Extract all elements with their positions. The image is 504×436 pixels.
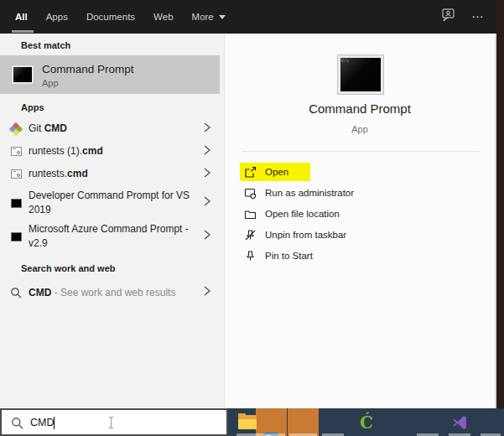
tab-apps[interactable]: Apps xyxy=(46,12,68,22)
result-developer-command-prompt[interactable]: Developer Command Prompt for VS 2019 xyxy=(0,186,225,220)
chevron-right-icon[interactable] xyxy=(203,285,211,300)
feedback-icon[interactable] xyxy=(441,8,456,26)
desktop-background-strip xyxy=(496,0,504,408)
command-prompt-icon xyxy=(11,199,22,208)
chevron-right-icon[interactable] xyxy=(203,144,211,159)
best-match-header: Best match xyxy=(21,40,70,50)
best-match-title: Command Prompt xyxy=(42,63,134,75)
text-caret xyxy=(54,417,55,429)
action-label: Open xyxy=(265,167,288,177)
preview-subtitle: App xyxy=(225,124,495,134)
ibeam-mouse-cursor xyxy=(107,416,115,433)
green-c-app-icon[interactable]: Ć xyxy=(357,413,376,432)
taskbar-search-input[interactable]: CMD xyxy=(0,408,228,436)
action-pin-to-start[interactable]: Pin to Start xyxy=(243,247,478,265)
action-label: Pin to Start xyxy=(265,251,313,261)
divider xyxy=(242,151,480,152)
search-web-section-header: Search work and web xyxy=(21,263,115,273)
result-runtests-cmd[interactable]: runtests.cmd xyxy=(0,163,225,185)
search-results-panel: Best match Command Prompt App Apps Git C… xyxy=(0,34,225,408)
open-window-icon xyxy=(243,165,257,179)
action-label: Unpin from taskbar xyxy=(265,230,346,240)
tab-all[interactable]: All xyxy=(15,12,28,22)
chevron-right-icon[interactable] xyxy=(203,122,211,137)
windows-search-flyout: All Apps Documents Web More … Best match xyxy=(0,0,504,436)
result-web-search-cmd[interactable]: CMD - See work and web results xyxy=(0,280,225,305)
tab-web[interactable]: Web xyxy=(153,12,173,22)
command-prompt-icon xyxy=(12,65,34,84)
git-icon xyxy=(10,123,22,135)
tab-more[interactable]: More xyxy=(192,12,226,22)
result-text: Microsoft Azure Command Prompt - v2.9 xyxy=(29,222,195,251)
result-text: Git xyxy=(29,122,44,134)
chevron-right-icon[interactable] xyxy=(203,229,211,244)
result-text: - See work and web results xyxy=(51,287,175,298)
search-input-value: CMD xyxy=(30,417,54,428)
result-runtests-1-cmd[interactable]: runtests (1).cmd xyxy=(0,140,225,163)
options-ellipsis-button[interactable]: … xyxy=(471,9,485,24)
action-label: Run as administrator xyxy=(265,188,354,198)
result-match-text: CMD xyxy=(44,122,67,134)
admin-shield-icon xyxy=(243,186,257,200)
result-match-text: cmd xyxy=(82,145,103,157)
best-match-subtitle: App xyxy=(42,78,59,88)
visual-studio-icon[interactable] xyxy=(450,413,469,432)
preview-panel: C:\ Command Prompt App Open Run as admin… xyxy=(225,34,496,408)
script-file-icon xyxy=(11,169,22,179)
active-tab-underline xyxy=(12,30,34,33)
action-open[interactable]: Open xyxy=(243,163,478,181)
tab-more-label: More xyxy=(192,12,214,22)
chevron-down-icon xyxy=(219,15,226,19)
pin-icon xyxy=(243,249,257,262)
action-label: Open file location xyxy=(265,209,340,219)
command-prompt-icon-large: C:\ xyxy=(338,55,383,94)
result-match-text: CMD xyxy=(29,287,51,298)
search-header: All Apps Documents Web More … xyxy=(0,0,496,34)
search-icon xyxy=(10,287,22,298)
action-unpin-from-taskbar[interactable]: Unpin from taskbar xyxy=(243,226,478,244)
result-azure-command-prompt[interactable]: Microsoft Azure Command Prompt - v2.9 xyxy=(0,220,225,253)
command-prompt-icon xyxy=(11,232,22,241)
action-open-file-location[interactable]: Open file location xyxy=(243,205,478,223)
search-filter-tabs: All Apps Documents Web More xyxy=(15,0,244,34)
result-match-text: cmd xyxy=(67,168,88,179)
tab-documents[interactable]: Documents xyxy=(86,12,135,22)
chevron-right-icon[interactable] xyxy=(203,195,211,210)
script-file-icon xyxy=(11,147,22,156)
unpin-icon xyxy=(243,228,257,241)
action-run-as-administrator[interactable]: Run as administrator xyxy=(243,184,478,202)
result-text: runtests (1). xyxy=(29,145,82,157)
search-icon xyxy=(11,417,23,433)
result-git-cmd[interactable]: Git CMD xyxy=(0,117,225,140)
best-match-result-command-prompt[interactable]: Command Prompt App xyxy=(0,55,220,94)
preview-title: Command Prompt xyxy=(225,101,495,116)
file-explorer-icon[interactable] xyxy=(238,413,257,432)
apps-section-header: Apps xyxy=(21,102,44,112)
folder-icon xyxy=(243,207,257,221)
chevron-right-icon[interactable] xyxy=(203,167,211,182)
command-prompt-icon-label: C:\ xyxy=(341,58,349,63)
result-text: Developer Command Prompt for VS 2019 xyxy=(29,189,195,217)
teams-attention-flash xyxy=(288,408,319,436)
result-text: runtests. xyxy=(29,168,67,179)
taskbar: T 9+ Ć ›_ xyxy=(228,408,504,436)
